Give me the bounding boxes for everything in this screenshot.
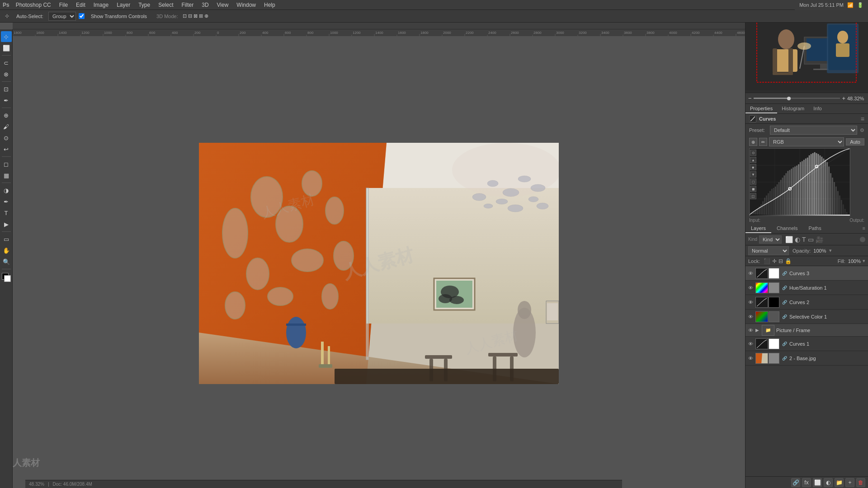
lasso-tool[interactable]: ⊂ [1,57,12,68]
curves-dark-btn[interactable]: ▼ [750,171,756,178]
layer-row-group[interactable]: 👁 ▶ 📁 Picture / Frame [745,324,868,337]
show-transform-checkbox[interactable] [79,13,85,19]
menu-type[interactable]: Type [135,1,154,9]
curves-white-btn[interactable]: ◻ [750,178,756,185]
curves-sample-btn[interactable]: ⊙ [750,150,756,156]
layers-panel-menu-icon[interactable]: ≡ [860,224,868,233]
preset-dropdown[interactable]: Default Linear Medium Contrast [770,126,857,135]
layer-eye-selcolor[interactable]: 👁 [747,314,754,320]
layer-eye-huesat[interactable]: 👁 [747,285,754,291]
curves-black-btn[interactable]: ◼ [750,186,756,192]
zoom-out-icon[interactable]: − [748,95,752,102]
add-mask-btn[interactable]: ⬜ [813,478,822,487]
crop-tool[interactable]: ⊡ [1,84,12,94]
canvas-document[interactable]: 人人素材 人人素材 人人素材 [199,143,559,384]
auto-select-dropdown[interactable]: Group Layer [48,12,76,21]
menu-view[interactable]: View [213,1,232,9]
fill-value[interactable]: 100% [848,258,861,264]
zoom-slider[interactable] [754,98,840,99]
filter-toggle[interactable] [860,237,865,242]
layer-row-curves3[interactable]: 👁 🔗 Curves 3 [745,266,868,281]
lock-all-icon[interactable]: 🔒 [785,258,792,264]
layer-eye-group[interactable]: 👁 [747,327,754,333]
wand-tool[interactable]: ⊗ [1,69,12,80]
history-tool[interactable]: ↩ [1,144,12,155]
zoom-in-icon[interactable]: + [842,95,845,102]
eyedropper-tool[interactable]: ✒ [1,95,12,106]
menu-photoshop[interactable]: Photoshop CC [12,1,55,9]
curves-graph-svg[interactable] [749,148,850,216]
brush-tool[interactable]: 🖌 [1,121,12,132]
move-tool[interactable]: ⊹ [1,31,12,42]
adjustment-btn[interactable]: ◐ [824,478,833,487]
curves-panel-close[interactable]: ≡ [861,115,864,122]
tab-layers[interactable]: Layers [745,224,771,233]
hand-tool[interactable]: ✋ [1,245,12,256]
layer-eye-curves1[interactable]: 👁 [747,341,754,347]
auto-button[interactable]: Auto [846,138,864,145]
clone-tool[interactable]: ⊙ [1,132,12,143]
layer-eye-base[interactable]: 👁 [747,355,754,361]
tab-properties[interactable]: Properties [745,104,777,113]
curves-tool-point[interactable]: ⊕ [749,138,757,146]
shape-tool[interactable]: ▭ [1,234,12,244]
curves-mid-btn[interactable]: ■ [750,164,756,170]
filter-text-icon[interactable]: T [802,236,806,243]
menu-window[interactable]: Window [233,1,259,9]
group-expand-icon[interactable]: ▶ [755,328,759,333]
layer-eye-curves2[interactable]: 👁 [747,299,754,305]
filter-smart-icon[interactable]: 🎥 [816,236,823,243]
gradient-tool[interactable]: ▦ [1,170,12,181]
curves-options-icon[interactable]: ⚙ [860,127,864,133]
curves-light-btn[interactable]: ▲ [750,157,756,163]
layer-row-curves1[interactable]: 👁 🔗 Curves 1 [745,337,868,351]
zoom-tool[interactable]: 🔍 [1,256,12,267]
new-layer-btn[interactable]: + [845,478,854,487]
curves-tool-pencil[interactable]: ✏ [759,138,767,146]
layer-effects-btn[interactable]: fx [802,478,811,487]
kind-dropdown[interactable]: Kind [759,235,782,244]
layer-row-base[interactable]: 👁 🔗 2 - Base.jpg [745,351,868,366]
opacity-dropdown-arrow[interactable]: ▾ [829,248,832,253]
menu-select[interactable]: Select [155,1,177,9]
menu-edit[interactable]: Edit [72,1,89,9]
menu-layer[interactable]: Layer [113,1,134,9]
path-select-tool[interactable]: ▶ [1,219,12,230]
filter-pixel-icon[interactable]: ⬜ [785,236,793,243]
opacity-value[interactable]: 100% [813,248,826,253]
blend-mode-dropdown[interactable]: Normal Multiply Screen Overlay [748,246,789,255]
layer-eye-curves3[interactable]: 👁 [747,270,754,277]
canvas-area[interactable]: 1800 1600 1400 1200 1000 800 600 400 200… [13,29,745,488]
channel-dropdown[interactable]: RGB Red Green Blue [769,137,844,146]
tab-histogram[interactable]: Histogram [777,104,809,113]
curves-grey-btn[interactable]: ◫ [750,193,756,199]
delete-layer-btn[interactable]: 🗑 [856,478,865,487]
tab-info[interactable]: Info [809,104,826,113]
menu-filter[interactable]: Filter [178,1,198,9]
menu-file[interactable]: File [56,1,71,9]
filter-shape-icon[interactable]: ▭ [808,236,814,243]
marquee-tool[interactable]: ⬜ [1,42,12,53]
spot-heal-tool[interactable]: ⊕ [1,110,12,121]
layer-row-curves2[interactable]: 👁 🔗 Curves 2 [745,295,868,310]
type-tool[interactable]: T [1,207,12,218]
filter-adj-icon[interactable]: ◐ [795,236,800,243]
background-color[interactable] [4,275,11,282]
lock-artboard-icon[interactable]: ⊟ [778,258,783,264]
lock-position-icon[interactable]: ✛ [772,258,777,264]
dodge-tool[interactable]: ◑ [1,185,12,196]
layer-row-selcolor[interactable]: 👁 🔗 Selective Color 1 [745,310,868,324]
pen-tool[interactable]: ✒ [1,196,12,207]
color-selector[interactable] [2,273,11,282]
layer-row-huesat[interactable]: 👁 🔗 Hue/Saturation 1 [745,281,868,295]
tab-channels[interactable]: Channels [771,224,803,233]
menu-help[interactable]: Help [260,1,279,9]
new-group-btn[interactable]: 📁 [835,478,844,487]
eraser-tool[interactable]: ◻ [1,159,12,169]
lock-pixels-icon[interactable]: ⬛ [764,258,770,264]
link-layers-btn[interactable]: 🔗 [791,478,800,487]
fill-dropdown-arrow[interactable]: ▾ [863,258,865,264]
menu-3d[interactable]: 3D [198,1,212,9]
tab-paths[interactable]: Paths [803,224,827,233]
menu-image[interactable]: Image [90,1,112,9]
